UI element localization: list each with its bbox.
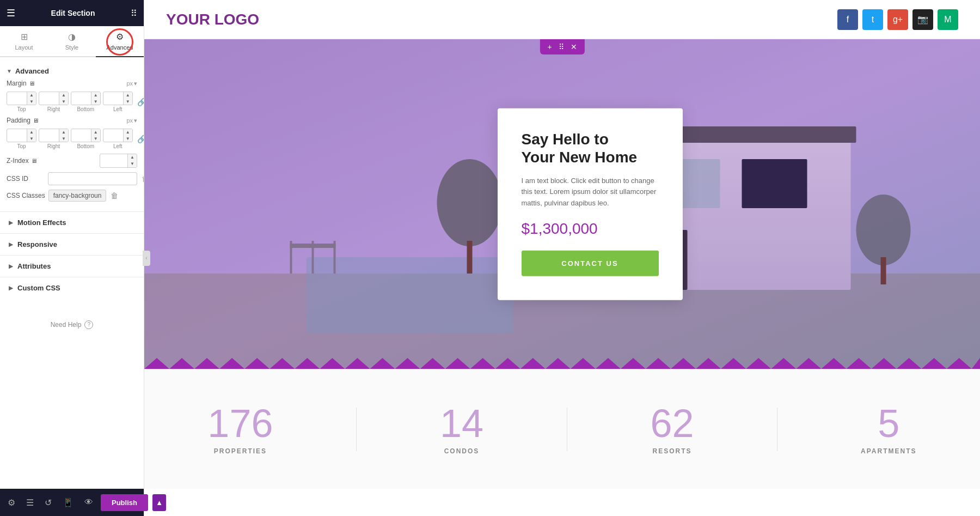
margin-right-input-wrapper[interactable]: auto ▲ ▼ [39, 92, 69, 105]
margin-right-spinner[interactable]: ▲ ▼ [59, 92, 68, 105]
card-title-line2: Your New Home [522, 149, 638, 166]
padding-bottom-box: 90 ▲ ▼ Bottom [71, 129, 101, 149]
padding-top-down[interactable]: ▼ [27, 136, 36, 142]
css-id-delete-btn[interactable]: 🗑 [140, 173, 144, 184]
zindex-up[interactable]: ▲ [127, 154, 137, 161]
margin-top-up[interactable]: ▲ [27, 92, 36, 99]
padding-left-down[interactable]: ▼ [123, 136, 132, 142]
padding-bottom-down[interactable]: ▼ [91, 136, 100, 142]
padding-right-spinner[interactable]: ▲ ▼ [59, 129, 68, 142]
margin-top-box: auto ▲ ▼ Top [7, 92, 36, 112]
hero-card: Say Hello to Your New Home I am text blo… [498, 108, 683, 300]
padding-right-input[interactable]: 0 [39, 130, 59, 141]
margin-top-spinner[interactable]: ▲ ▼ [27, 92, 36, 105]
responsive-icon[interactable]: 📱 [59, 494, 77, 511]
padding-top-input[interactable]: 90 [7, 130, 27, 141]
attributes-accordion: ▶ Attributes [0, 255, 144, 277]
tab-layout[interactable]: ⊞ Layout [0, 26, 48, 57]
padding-top-input-wrapper[interactable]: 90 ▲ ▼ [7, 129, 36, 142]
settings-icon[interactable]: ⚙ [4, 494, 19, 511]
tab-advanced[interactable]: ⚙ Advanced [96, 26, 144, 57]
twitter-icon[interactable]: t [862, 9, 883, 30]
margin-top-input[interactable]: auto [7, 93, 27, 104]
zindex-label: Z-Index 🖥 [7, 157, 45, 165]
motion-effects-toggle[interactable]: ▶ Motion Effects [0, 212, 144, 233]
responsive-toggle[interactable]: ▶ Responsive [0, 234, 144, 255]
css-id-input[interactable] [48, 172, 137, 185]
padding-left-up[interactable]: ▲ [123, 129, 132, 136]
advanced-section-header[interactable]: ▼ Advanced [0, 63, 144, 80]
margin-left-input[interactable] [103, 93, 123, 104]
margin-bottom-spinner[interactable]: ▲ ▼ [91, 92, 100, 105]
medium-icon[interactable]: M [938, 9, 958, 30]
padding-left-input-wrapper[interactable]: 0 ▲ ▼ [103, 129, 133, 142]
margin-bottom-input-wrapper[interactable]: ▲ ▼ [71, 92, 101, 105]
panel-collapse-handle[interactable]: ‹ [143, 251, 150, 266]
margin-top-down[interactable]: ▼ [27, 99, 36, 105]
section-add-btn[interactable]: + [545, 41, 554, 52]
layout-icon: ⊞ [21, 32, 28, 42]
css-classes-delete-btn[interactable]: 🗑 [109, 190, 119, 201]
css-classes-tag[interactable]: fancy-backgroun [48, 190, 107, 202]
tab-style[interactable]: ◑ Style [48, 26, 96, 57]
instagram-icon[interactable]: 📷 [912, 9, 933, 30]
padding-bottom-spinner[interactable]: ▲ ▼ [91, 129, 100, 142]
margin-left-down[interactable]: ▼ [123, 99, 132, 105]
section-move-btn[interactable]: ⠿ [556, 41, 566, 52]
margin-link-icon[interactable]: 🔗 [135, 92, 144, 112]
googleplus-icon[interactable]: g+ [887, 9, 908, 30]
preview-icon[interactable]: 👁 [81, 494, 96, 511]
zindex-input-wrapper[interactable]: ▲ ▼ [100, 154, 137, 167]
margin-bottom-down[interactable]: ▼ [91, 99, 100, 105]
chevron-down-icon-padding: ▾ [134, 117, 137, 124]
padding-right-input-wrapper[interactable]: 0 ▲ ▼ [39, 129, 69, 142]
padding-bottom-input[interactable]: 90 [71, 130, 91, 141]
logo: YOUR LOGO [166, 11, 259, 28]
history-icon[interactable]: ↺ [41, 494, 55, 511]
grid-icon[interactable]: ⠿ [131, 8, 137, 19]
hamburger-icon[interactable]: ☰ [7, 7, 15, 19]
margin-left-box: ▲ ▼ Left [103, 92, 133, 112]
padding-top-up[interactable]: ▲ [27, 129, 36, 136]
zindex-spinner[interactable]: ▲ ▼ [127, 154, 137, 167]
padding-unit[interactable]: px ▾ [126, 117, 137, 124]
zindex-down[interactable]: ▼ [127, 161, 137, 167]
padding-bottom-input-wrapper[interactable]: 90 ▲ ▼ [71, 129, 101, 142]
margin-right-up[interactable]: ▲ [59, 92, 68, 99]
attributes-toggle[interactable]: ▶ Attributes [0, 256, 144, 277]
css-id-label: CSS ID [7, 175, 45, 183]
custom-css-toggle[interactable]: ▶ Custom CSS [0, 277, 144, 299]
margin-unit[interactable]: px ▾ [126, 80, 137, 87]
padding-left-spinner[interactable]: ▲ ▼ [123, 129, 132, 142]
facebook-icon[interactable]: f [837, 9, 858, 30]
padding-right-box: 0 ▲ ▼ Right [39, 129, 69, 149]
margin-right-input[interactable]: auto [39, 93, 59, 104]
stat-resorts: 62 RESORTS [651, 404, 694, 455]
margin-bottom-up[interactable]: ▲ [91, 92, 100, 99]
margin-left-input-wrapper[interactable]: ▲ ▼ [103, 92, 133, 105]
padding-top-spinner[interactable]: ▲ ▼ [27, 129, 36, 142]
publish-button[interactable]: Publish [101, 494, 148, 511]
margin-label: Margin 🖥 [7, 80, 45, 87]
stats-section: 176 PROPERTIES 14 CONDOS 62 RESORTS 5 AP… [144, 369, 980, 489]
margin-left-up[interactable]: ▲ [123, 92, 132, 99]
margin-left-spinner[interactable]: ▲ ▼ [123, 92, 132, 105]
section-delete-btn[interactable]: ✕ [568, 41, 579, 52]
margin-right-down[interactable]: ▼ [59, 99, 68, 105]
padding-link-icon[interactable]: 🔗 [135, 129, 144, 149]
left-panel: ☰ Edit Section ⠿ ⊞ Layout ◑ Style ⚙ Adva… [0, 0, 144, 516]
layers-icon[interactable]: ☰ [23, 494, 37, 511]
padding-bottom-up[interactable]: ▲ [91, 129, 100, 136]
padding-right-down[interactable]: ▼ [59, 136, 68, 142]
bottom-bar: ⚙ ☰ ↺ 📱 👁 Publish ▲ [0, 489, 144, 516]
padding-right-up[interactable]: ▲ [59, 129, 68, 136]
margin-bottom-input[interactable] [71, 93, 91, 104]
padding-left-input[interactable]: 0 [103, 130, 123, 141]
logo-your: YOUR [166, 11, 215, 28]
help-row[interactable]: Need Help ? [0, 315, 144, 335]
margin-top-input-wrapper[interactable]: auto ▲ ▼ [7, 92, 36, 105]
publish-arrow-btn[interactable]: ▲ [152, 494, 166, 511]
section-edit-bar: + ⠿ ✕ [540, 39, 584, 54]
contact-us-button[interactable]: CONTACT US [522, 251, 659, 276]
zindex-input[interactable] [100, 155, 127, 166]
